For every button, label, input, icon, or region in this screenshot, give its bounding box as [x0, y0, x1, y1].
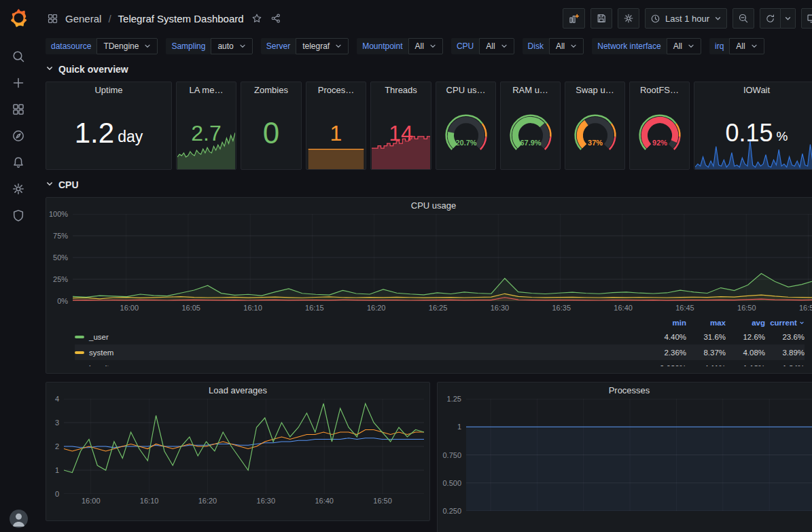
alerting-bell-icon[interactable]: [12, 156, 25, 169]
create-plus-icon[interactable]: [12, 76, 25, 90]
panel-title[interactable]: RootFS…: [630, 82, 689, 99]
cycle-view-mode-button[interactable]: [801, 8, 812, 29]
panel-title[interactable]: Load averages: [46, 383, 429, 399]
breadcrumb-folder[interactable]: General: [65, 13, 101, 24]
y-axis-label: 75%: [53, 232, 68, 240]
panel-cpu-gauge: CPU us… 20.7%: [436, 82, 496, 170]
variable-label: Mountpoint: [357, 38, 408, 54]
x-axis-label: 16:00: [82, 497, 101, 505]
load-averages-plot[interactable]: [64, 399, 424, 494]
configuration-gear-icon[interactable]: [12, 182, 25, 196]
svg-text:20.7%: 20.7%: [455, 139, 476, 147]
variable-value-dropdown[interactable]: auto: [211, 38, 252, 54]
stat-value: 0.15: [726, 121, 773, 145]
swap-usage-gauge: 37%: [565, 97, 624, 168]
legend-series-name[interactable]: _user: [75, 333, 647, 341]
apps-grid-icon[interactable]: [46, 12, 58, 24]
legend-row: _user4.40%31.6%12.6%23.6%: [75, 329, 805, 344]
legend-col-current[interactable]: current: [765, 319, 805, 327]
x-axis-label: 16:10: [243, 304, 262, 312]
panel-title[interactable]: Zombies: [241, 82, 301, 99]
variable-value-dropdown[interactable]: All: [479, 38, 514, 54]
legend-col-min[interactable]: min: [647, 319, 686, 327]
search-icon[interactable]: [12, 50, 25, 63]
x-axis-label: 16:45: [675, 304, 694, 312]
y-axis-label: 1: [55, 466, 59, 474]
legend-col-avg[interactable]: avg: [726, 319, 765, 327]
variable-sampling: Samplingauto: [166, 38, 252, 54]
legend-value-avg: 1.18%: [726, 364, 765, 367]
dashboards-icon[interactable]: [12, 103, 25, 116]
variable-irq: irqAll: [709, 38, 764, 54]
panel-title[interactable]: CPU us…: [436, 82, 495, 99]
refresh-button[interactable]: [760, 8, 781, 29]
legend-value-max: 31.6%: [686, 333, 726, 341]
stat-value: 2.7: [191, 122, 221, 144]
grafana-logo[interactable]: [8, 7, 29, 28]
x-axis-label: 16:40: [614, 304, 633, 312]
variable-value-dropdown[interactable]: All: [667, 38, 701, 54]
variable-value-dropdown[interactable]: All: [408, 38, 443, 54]
legend-series-name[interactable]: iowait: [75, 364, 647, 367]
cpu-usage-plot[interactable]: [73, 214, 812, 301]
panel-processes: Processes 1.2510.7500.5000.250: [437, 382, 812, 532]
variable-label: Network interface: [592, 38, 666, 54]
x-axis-label: 16:40: [315, 497, 334, 505]
panel-la-medium: LA me… 2.7: [176, 82, 236, 170]
quick-overview-row: Uptime 1.2 day LA me… 2.7 Zombies 0 Pro: [46, 82, 812, 170]
x-axis-label: 16:50: [373, 497, 392, 505]
panel-title[interactable]: Swap u…: [565, 82, 624, 99]
x-axis: 16:0016:1016:2016:3016:4016:50: [64, 494, 424, 506]
y-axis-label: 4: [55, 395, 59, 403]
user-avatar[interactable]: [10, 510, 28, 528]
y-axis: 100%75%50%25%0%: [49, 210, 73, 305]
sidebar: [0, 0, 37, 532]
panel-title[interactable]: CPU usage: [46, 198, 812, 214]
section-quick-overview[interactable]: Quick overview: [46, 61, 812, 77]
legend-col-max[interactable]: max: [686, 319, 726, 327]
legend-value-max: 4.11%: [686, 364, 726, 367]
y-axis-label: 1.25: [447, 395, 461, 403]
variable-label: Sampling: [166, 38, 211, 54]
section-cpu[interactable]: CPU: [46, 177, 812, 193]
variable-value-dropdown[interactable]: telegraf: [296, 38, 349, 54]
svg-text:37%: 37%: [588, 139, 603, 147]
breadcrumb-dashboard-title[interactable]: Telegraf System Dashboard: [118, 13, 244, 24]
processes-plot[interactable]: [466, 399, 812, 511]
variable-value-dropdown[interactable]: All: [549, 38, 584, 54]
panel-title[interactable]: Uptime: [46, 82, 171, 99]
x-axis-label: 16:15: [305, 304, 324, 312]
x-axis-label: 16:50: [737, 304, 756, 312]
time-range-label: Last 1 hour: [665, 14, 709, 24]
star-icon[interactable]: [251, 12, 263, 24]
time-range-picker[interactable]: Last 1 hour: [645, 8, 727, 29]
x-axis: 16:0016:0516:1016:1516:2016:2516:3016:35…: [76, 301, 812, 313]
panel-title[interactable]: Proces…: [306, 82, 366, 99]
variable-value-dropdown[interactable]: All: [729, 38, 764, 54]
legend-header: minmaxavgcurrent: [75, 316, 805, 329]
explore-compass-icon[interactable]: [12, 129, 25, 143]
dashboard-settings-button[interactable]: [618, 8, 639, 29]
variable-network-interface: Network interfaceAll: [592, 38, 701, 54]
legend-row: iowait0.626%4.11%1.18%1.34%: [75, 360, 805, 366]
server-admin-shield-icon[interactable]: [12, 209, 25, 222]
panel-title[interactable]: IOWait: [694, 82, 812, 99]
breadcrumb-separator: /: [108, 13, 111, 24]
panel-load-averages: Load averages 43210 16:0016:1016:2016:30…: [46, 382, 430, 521]
legend-series-name[interactable]: system: [75, 349, 647, 357]
panel-title[interactable]: Threads: [371, 82, 431, 99]
panel-threads: Threads 14: [370, 82, 431, 170]
stat-value: 0: [263, 118, 279, 148]
panel-title[interactable]: Processes: [438, 383, 812, 399]
panel-title[interactable]: LA me…: [177, 82, 236, 99]
zoom-out-time-button[interactable]: [732, 8, 754, 29]
panel-title[interactable]: RAM u…: [501, 82, 560, 99]
share-icon[interactable]: [270, 12, 282, 24]
refresh-interval-dropdown[interactable]: [781, 8, 796, 29]
add-panel-button[interactable]: [563, 8, 585, 29]
cpu-usage-legend: minmaxavgcurrent _user4.40%31.6%12.6%23.…: [46, 313, 812, 366]
stat-value: 14: [389, 122, 413, 144]
x-axis-label: 16:05: [181, 304, 200, 312]
variable-value-dropdown[interactable]: TDengine: [96, 38, 158, 54]
save-dashboard-button[interactable]: [590, 8, 612, 29]
